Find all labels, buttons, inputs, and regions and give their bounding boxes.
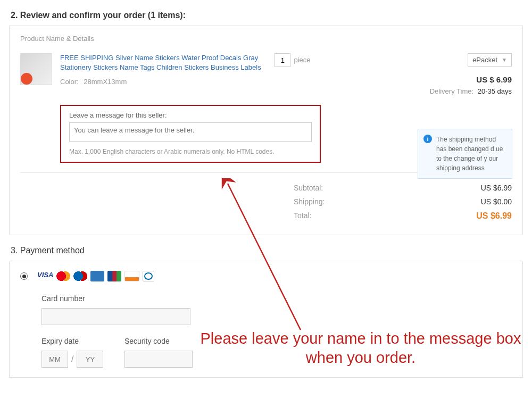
product-details: FREE SHIPPING Silver Name Stickers Water… [60,53,261,95]
card-radio[interactable] [20,272,28,280]
subtotal-label: Subtotal: [294,184,469,192]
discover-icon [124,271,139,281]
subtotal-value: US $6.99 [469,184,512,192]
shipping-change-note: i The shipping method has been changed d… [418,129,512,179]
shipping-value: US $0.00 [469,197,512,206]
quantity-unit: piece [294,53,310,67]
delivery-time-value: 20-35 days [478,87,512,95]
mastercard-icon [56,271,70,281]
payment-card-option[interactable]: VISA [20,271,512,281]
maestro-icon [73,271,87,281]
chevron-down-icon: ▼ [502,57,507,63]
review-order-title: 2. Review and confirm your order (1 item… [11,11,532,20]
expiry-year-input[interactable] [77,351,103,368]
expiry-month-input[interactable] [41,351,68,368]
card-number-label: Card number [41,294,512,303]
totals: Subtotal: US $6.99 Shipping: US $0.00 To… [20,184,512,221]
quantity-block: piece [275,53,310,95]
expiry-label: Expiry date [41,337,103,345]
shipping-method-select[interactable]: ePacket ▼ [468,53,512,67]
quantity-input[interactable] [275,53,290,67]
shipping-note-text: The shipping method has been changed d u… [436,136,503,172]
right-column: ePacket ▼ US $ 6.99 Delivery Time: 20-35… [311,53,512,95]
security-code-input[interactable] [124,351,193,368]
seller-message-label: Leave a message for this seller: [69,111,312,119]
total-label: Total: [294,211,469,221]
color-label: Color: [60,78,79,86]
annotation-text: Please leave your name in to the message… [196,329,526,368]
shipping-method-label: ePacket [472,56,497,64]
expiry-slash: / [71,354,73,364]
delivery-time-label: Delivery Time: [430,87,473,95]
info-icon: i [423,135,432,143]
total-value: US $6.99 [469,211,512,221]
product-row: FREE SHIPPING Silver Name Stickers Water… [20,53,512,105]
card-number-input[interactable] [41,308,190,325]
seller-message-block: Leave a message for this seller: Max. 1,… [60,105,321,163]
jcb-icon [107,271,121,281]
diners-icon [143,271,154,281]
visa-icon: VISA [37,271,53,281]
item-price: US $ 6.99 [311,75,512,84]
payment-method-title: 3. Payment method [11,246,532,255]
security-code-label: Security code [124,337,193,345]
color-value: 28mmX13mm [84,78,127,86]
seller-message-hint: Max. 1,000 English characters or Arabic … [69,148,312,155]
product-thumbnail[interactable] [20,53,52,85]
seller-message-input[interactable] [69,122,312,142]
amex-icon [90,271,104,281]
product-header: Product Name & Details [20,35,512,43]
shipping-label: Shipping: [294,197,469,206]
product-color: Color: 28mmX13mm [60,78,261,86]
product-title[interactable]: FREE SHIPPING Silver Name Stickers Water… [60,53,261,72]
